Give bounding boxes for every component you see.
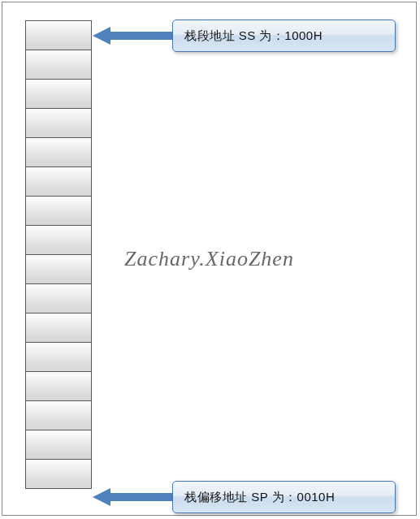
diagram-frame: 栈段地址 SS 为：1000H 栈偏移地址 SP 为：0010H Zachary…	[2, 2, 417, 516]
stack-cell	[25, 371, 92, 401]
stack-cell	[25, 108, 92, 138]
arrow-head-icon	[93, 488, 110, 506]
sp-label-text: 栈偏移地址 SP 为：0010H	[184, 490, 335, 505]
arrow-top	[93, 27, 174, 45]
stack-cell	[25, 400, 92, 430]
arrow-head-icon	[93, 27, 110, 45]
stack-cell	[25, 283, 92, 314]
arrow-shaft	[110, 32, 174, 40]
stack-cell	[25, 254, 92, 284]
stack-cell	[25, 167, 92, 197]
arrow-bottom	[93, 488, 174, 506]
stack-cell	[25, 313, 92, 343]
sp-label-callout: 栈偏移地址 SP 为：0010H	[172, 481, 396, 513]
stack-cell	[25, 137, 92, 167]
memory-stack	[25, 20, 92, 489]
stack-cell	[25, 225, 92, 255]
stack-cell	[25, 342, 92, 372]
stack-cell	[25, 196, 92, 226]
ss-label-callout: 栈段地址 SS 为：1000H	[172, 19, 396, 52]
stack-cell	[25, 20, 92, 50]
stack-cell	[25, 430, 92, 460]
ss-label-text: 栈段地址 SS 为：1000H	[184, 28, 323, 44]
stack-cell	[25, 50, 92, 80]
stack-cell	[25, 79, 92, 109]
arrow-shaft	[110, 493, 174, 501]
stack-cell	[25, 459, 92, 489]
watermark-text: Zachary.XiaoZhen	[124, 247, 294, 271]
